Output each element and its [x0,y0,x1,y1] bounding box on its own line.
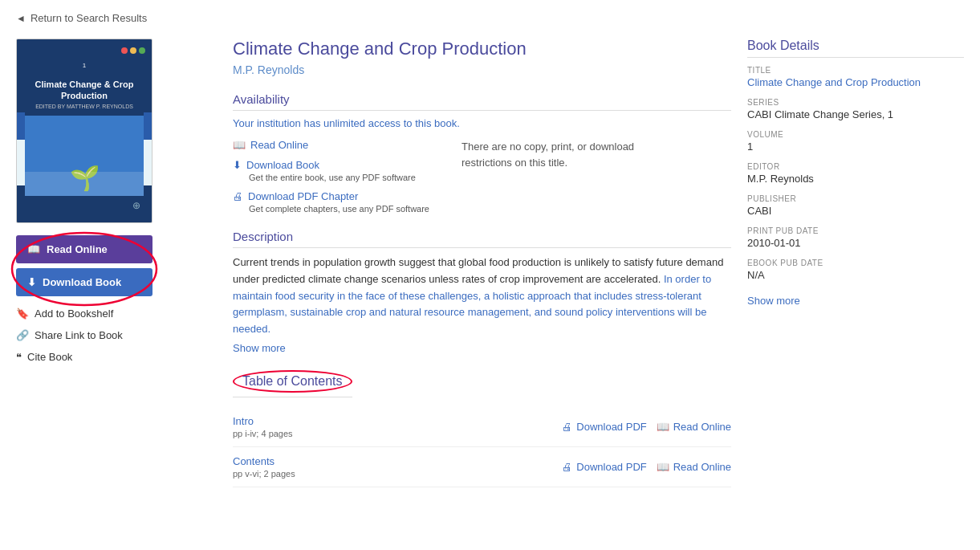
book-details-show-more[interactable]: Show more [747,295,800,307]
detail-series: SERIES CABI Climate Change Series, 1 [747,98,964,120]
description-body: Current trends in population growth sugg… [233,256,723,285]
avail-chapter-label: Download PDF Chapter [248,190,358,202]
detail-series-value: CABI Climate Change Series, 1 [747,108,964,120]
avail-download-chapter: 🖨 Download PDF Chapter Get complete chap… [233,190,429,214]
toc-item-contents-left: Contents pp v-vi; 2 pages [233,455,562,479]
toc-intro-read-label: Read Online [673,421,731,433]
sidebar-actions: 📖 Read Online ⬇ Download Book [16,235,217,296]
read-icon: 📖 [27,243,40,255]
book-details-title: Book Details [747,39,964,58]
cite-icon: ❝ [16,351,22,363]
toc-contents-read-label: Read Online [673,461,731,473]
avail-download-chapter-link[interactable]: 🖨 Download PDF Chapter [233,190,429,202]
toc-contents-pages: pp v-vi; 2 pages [233,469,562,479]
toc-intro-pdf-label: Download PDF [576,421,646,433]
toc-contents-pdf-label: Download PDF [576,461,646,473]
avail-read-label: Read Online [250,139,308,151]
detail-editor: EDITOR M.P. Reynolds [747,162,964,185]
toc-item-intro: Intro pp i-iv; 4 pages 🖨 Download PDF 📖 … [233,407,731,447]
detail-ebook-date-label: EBOOK PUB DATE [747,259,964,267]
no-restrictions-note: There are no copy, print, or download re… [462,139,638,214]
availability-title: Availability [233,92,731,111]
cover-water-reflection [25,172,144,196]
book-cover: 1 Climate Change & Crop Production EDITE… [16,39,152,223]
toc-item-contents: Contents pp v-vi; 2 pages 🖨 Download PDF… [233,447,731,487]
availability-note-text: has unlimited access to this book. [303,117,459,129]
detail-title-label: TITLE [747,66,964,75]
availability-note: Your institution has unlimited access to… [233,117,731,129]
detail-series-label: SERIES [747,98,964,107]
avail-pdf-icon: 🖨 [233,190,243,202]
institution-link[interactable]: Your institution [233,117,301,129]
description-title: Description [233,230,731,248]
toc-read-icon-2: 📖 [657,461,669,473]
arrow-left-icon: ◄ [16,13,26,24]
share-link-label: Share Link to Book [35,329,123,341]
avail-chapter-sub: Get complete chapters, use any PDF softw… [249,204,429,214]
description-section: Description Current trends in population… [233,230,731,354]
detail-title: TITLE Climate Change and Crop Production [747,66,964,88]
add-bookshelf-label: Add to Bookshelf [35,308,113,320]
detail-volume-label: VOLUME [747,130,964,139]
toc-contents-title-link[interactable]: Contents [233,455,274,467]
content-area: Climate Change and Crop Production M.P. … [233,39,731,503]
link-icon: 🔗 [16,329,29,341]
toc-contents-actions: 🖨 Download PDF 📖 Read Online [562,461,731,473]
cover-logo-icon: ⊕ [132,200,140,211]
detail-title-value[interactable]: Climate Change and Crop Production [747,76,964,88]
detail-volume: VOLUME 1 [747,130,964,153]
toc-intro-actions: 🖨 Download PDF 📖 Read Online [562,421,731,433]
toc-item-intro-left: Intro pp i-iv; 4 pages [233,415,562,438]
return-link[interactable]: ◄ Return to Search Results [16,12,964,24]
cover-title-block: Climate Change & Crop Production EDITED … [25,71,144,116]
cover-dots [121,47,145,54]
cite-book-link[interactable]: ❝ Cite Book [16,346,217,368]
avail-download-book-link[interactable]: ⬇ Download Book [233,159,429,171]
dot-yellow [130,47,136,54]
left-sidebar: 1 Climate Change & Crop Production EDITE… [16,39,217,503]
avail-download-icon: ⬇ [233,159,242,171]
dot-red [121,47,128,54]
description-show-more[interactable]: Show more [233,342,286,354]
description-text: Current trends in population growth sugg… [233,255,731,338]
cover-image-area: 🌱 [25,116,144,196]
toc-intro-pages: pp i-iv; 4 pages [233,429,562,438]
toc-intro-download-pdf[interactable]: 🖨 Download PDF [562,421,646,433]
detail-print-date-label: PRINT PUB DATE [747,226,964,235]
toc-title: Table of Contents [233,370,352,393]
toc-contents-download-pdf[interactable]: 🖨 Download PDF [562,461,646,473]
detail-editor-value: M.P. Reynolds [747,173,964,185]
toc-pdf-icon-2: 🖨 [562,461,572,473]
avail-read-online-link[interactable]: 📖 Read Online [233,139,429,151]
download-book-button[interactable]: ⬇ Download Book [16,268,152,296]
detail-print-date-value: 2010-01-01 [747,237,964,249]
dot-green [139,47,145,54]
detail-ebook-date-value: N/A [747,269,964,281]
avail-left: 📖 Read Online ⬇ Download Book Get the en… [233,139,429,214]
bookmark-icon: 🔖 [16,308,29,320]
toc-pdf-icon-1: 🖨 [562,421,572,433]
book-title: Climate Change and Crop Production [233,39,731,59]
toc-section: Table of Contents Intro pp i-iv; 4 pages… [233,370,731,487]
detail-publisher-label: PUBLISHER [747,194,964,203]
toc-intro-title-link[interactable]: Intro [233,415,254,427]
toc-intro-read-online[interactable]: 📖 Read Online [657,421,731,433]
detail-ebook-pub-date: EBOOK PUB DATE N/A [747,259,964,281]
add-to-bookshelf-link[interactable]: 🔖 Add to Bookshelf [16,303,217,324]
download-book-label: Download Book [43,276,121,288]
download-icon: ⬇ [27,276,36,288]
toc-contents-read-online[interactable]: 📖 Read Online [657,461,731,473]
detail-volume-value: 1 [747,141,964,153]
sidebar-links: 🔖 Add to Bookshelf 🔗 Share Link to Book … [16,303,217,368]
share-link-button[interactable]: 🔗 Share Link to Book [16,324,217,346]
read-online-button[interactable]: 📖 Read Online [16,235,152,263]
availability-section: Availability Your institution has unlimi… [233,92,731,214]
return-label: Return to Search Results [30,12,147,24]
cover-footer: ⊕ [25,196,144,214]
detail-print-pub-date: PRINT PUB DATE 2010-01-01 [747,226,964,249]
detail-publisher: PUBLISHER CABI [747,194,964,217]
cite-book-label: Cite Book [27,351,72,363]
read-online-label: Read Online [47,243,108,255]
toc-header: Table of Contents [233,370,352,397]
avail-download-book: ⬇ Download Book Get the entire book, use… [233,159,429,182]
